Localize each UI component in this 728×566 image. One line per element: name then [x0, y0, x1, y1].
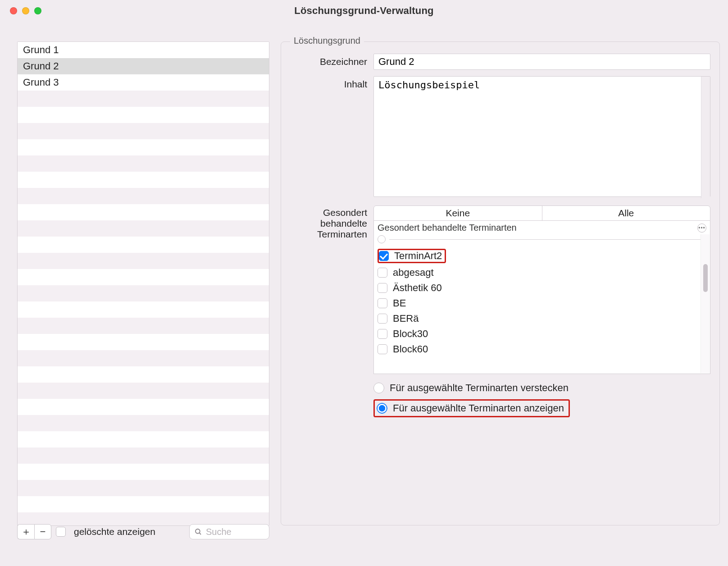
- list-item[interactable]: [18, 172, 269, 188]
- empty-radio-icon: [378, 235, 386, 243]
- more-icon[interactable]: •••: [697, 224, 706, 233]
- title-bar: Löschungsgrund-Verwaltung: [0, 0, 728, 22]
- type-label: BE: [393, 297, 406, 309]
- svg-line-1: [199, 533, 201, 534]
- type-label: TerminArt2: [394, 250, 442, 262]
- radio-show[interactable]: [377, 403, 387, 414]
- reason-list[interactable]: Grund 1Grund 2Grund 3: [17, 41, 269, 526]
- type-checkbox[interactable]: [378, 283, 387, 293]
- content-label: Inhalt: [290, 76, 373, 199]
- list-item[interactable]: [18, 204, 269, 220]
- list-item[interactable]: Grund 1: [18, 42, 269, 58]
- list-toolbar: ＋ − gelöschte anzeigen: [17, 522, 269, 541]
- list-item[interactable]: [18, 301, 269, 318]
- radio-hide[interactable]: [373, 383, 384, 393]
- content-textarea[interactable]: [373, 76, 710, 197]
- remove-button[interactable]: −: [34, 524, 51, 539]
- list-item[interactable]: [18, 220, 269, 237]
- detail-fieldset: Löschungsgrund Bezeichner Inhalt Gesonde…: [281, 41, 720, 525]
- type-checkbox[interactable]: [378, 314, 387, 324]
- show-deleted-checkbox[interactable]: [56, 527, 66, 537]
- type-label: Block30: [393, 328, 428, 340]
- scrollbar[interactable]: [701, 234, 710, 373]
- list-item[interactable]: [18, 285, 269, 301]
- list-item[interactable]: [18, 188, 269, 204]
- list-item[interactable]: [18, 350, 269, 366]
- search-input[interactable]: [205, 526, 264, 538]
- highlight-box: TerminArt2: [378, 249, 446, 263]
- minimize-icon[interactable]: [22, 7, 29, 14]
- list-item[interactable]: Grund 3: [18, 74, 269, 91]
- radio-show-label: Für ausgewählte Terminarten anzeigen: [393, 402, 564, 414]
- type-checkbox[interactable]: [378, 329, 387, 339]
- type-checkbox[interactable]: [378, 298, 387, 308]
- list-item[interactable]: [18, 480, 269, 496]
- list-item[interactable]: [18, 318, 269, 334]
- appointment-type-item[interactable]: TerminArt2: [374, 247, 700, 265]
- search-field[interactable]: [189, 524, 269, 539]
- list-item[interactable]: [18, 496, 269, 512]
- type-checkbox[interactable]: [378, 268, 387, 278]
- list-item[interactable]: [18, 464, 269, 480]
- radio-hide-label: Für ausgewählte Terminarten verstecken: [390, 382, 569, 394]
- segment-all-button[interactable]: Alle: [542, 206, 710, 220]
- search-icon: [194, 528, 202, 536]
- type-checkbox[interactable]: [378, 344, 387, 354]
- type-label: Block60: [393, 343, 428, 355]
- list-item[interactable]: [18, 415, 269, 431]
- window-controls: [10, 7, 41, 14]
- close-icon[interactable]: [10, 7, 17, 14]
- segment-none-button[interactable]: Keine: [374, 206, 542, 220]
- scrollbar[interactable]: [701, 77, 710, 198]
- scroll-thumb[interactable]: [703, 264, 708, 292]
- sidebar: Grund 1Grund 2Grund 3 ＋ − gelöschte anze…: [17, 41, 269, 537]
- appointment-type-item[interactable]: Block30: [374, 326, 700, 342]
- list-item[interactable]: Grund 2: [18, 58, 269, 74]
- list-item[interactable]: [18, 107, 269, 123]
- zoom-icon[interactable]: [34, 7, 41, 14]
- appointment-type-item[interactable]: Ästhetik 60: [374, 280, 700, 296]
- list-item[interactable]: [18, 383, 269, 399]
- list-item[interactable]: [18, 139, 269, 155]
- type-checkbox[interactable]: [379, 251, 389, 261]
- list-item[interactable]: [18, 269, 269, 285]
- list-item[interactable]: [18, 253, 269, 269]
- list-item[interactable]: [18, 334, 269, 350]
- list-item[interactable]: [18, 123, 269, 139]
- window-title: Löschungsgrund-Verwaltung: [294, 5, 433, 17]
- radio-show-highlight: Für ausgewählte Terminarten anzeigen: [373, 399, 570, 417]
- list-item[interactable]: [18, 155, 269, 172]
- add-button[interactable]: ＋: [17, 524, 34, 539]
- list-item[interactable]: [18, 91, 269, 107]
- appointment-type-item[interactable]: BE: [374, 296, 700, 311]
- list-item[interactable]: [18, 431, 269, 447]
- appointment-type-item[interactable]: BERä: [374, 311, 700, 326]
- types-header-label: Gesondert behandelte Terminarten: [378, 223, 517, 233]
- identifier-label: Bezeichner: [290, 54, 373, 70]
- list-item[interactable]: [18, 237, 269, 253]
- show-deleted-label: gelöschte anzeigen: [74, 526, 155, 537]
- svg-point-0: [196, 529, 200, 534]
- types-separator: [374, 234, 710, 245]
- appointment-type-item[interactable]: abgesagt: [374, 265, 700, 280]
- fieldset-legend: Löschungsgrund: [290, 36, 364, 46]
- list-item[interactable]: [18, 366, 269, 383]
- types-label: Gesondert behandelte Terminarten: [290, 205, 373, 417]
- list-item[interactable]: [18, 399, 269, 415]
- type-label: abgesagt: [393, 267, 434, 278]
- segment-control: Keine Alle: [373, 205, 710, 221]
- list-item[interactable]: [18, 447, 269, 464]
- type-label: BERä: [393, 313, 419, 324]
- type-label: Ästhetik 60: [393, 282, 442, 294]
- appointment-type-item[interactable]: Block60: [374, 342, 700, 357]
- identifier-input[interactable]: [373, 54, 710, 70]
- appointment-types-box: Gesondert behandelte Terminarten ••• Ter…: [373, 221, 710, 374]
